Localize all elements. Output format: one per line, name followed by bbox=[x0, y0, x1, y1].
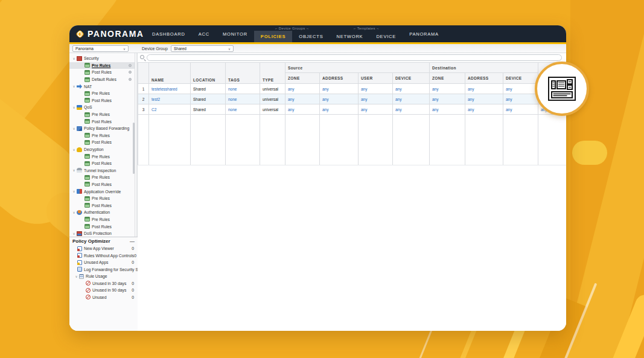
src-address-link[interactable]: any bbox=[320, 104, 359, 115]
col-header-src-user[interactable]: USER bbox=[359, 73, 393, 84]
rules-icon bbox=[84, 217, 90, 222]
table-row[interactable]: 3 C2 Shared none universal any any any a… bbox=[138, 104, 567, 115]
po-item-new-app-viewer[interactable]: New App Viewer0 bbox=[69, 245, 138, 252]
dst-zone-link[interactable]: any bbox=[430, 94, 465, 104]
background-shape bbox=[572, 141, 607, 165]
rule-tags-link[interactable]: none bbox=[226, 94, 260, 104]
tree-item-app-override-pre-rules[interactable]: Pre Rules bbox=[69, 195, 135, 202]
tree-item-auth-post-rules[interactable]: Post Rules bbox=[69, 223, 135, 230]
nat-icon bbox=[77, 84, 82, 89]
rule-location: Shared bbox=[191, 84, 226, 94]
table-row[interactable]: 2 test2 Shared none universal any any an… bbox=[138, 94, 567, 104]
rule-name-link[interactable]: C2 bbox=[149, 104, 191, 115]
tree-item-authentication[interactable]: ∨Authentication bbox=[69, 209, 135, 216]
col-header-dst-address[interactable]: ADDRESS bbox=[465, 73, 503, 84]
rule-name-link[interactable]: testetesshared bbox=[149, 84, 191, 94]
src-zone-link[interactable]: any bbox=[285, 84, 320, 94]
device-groups-section: Device Groups POLICIES OBJECTS bbox=[254, 25, 330, 42]
src-device-link[interactable]: any bbox=[393, 104, 430, 115]
dst-device-link[interactable]: any bbox=[503, 104, 538, 115]
rule-name-link[interactable]: test2 bbox=[149, 94, 191, 104]
src-user-link[interactable]: any bbox=[359, 104, 393, 115]
tree-item-decryption[interactable]: ∨Decryption bbox=[69, 146, 135, 153]
dst-zone-link[interactable]: any bbox=[430, 84, 465, 94]
dst-address-link[interactable]: any bbox=[465, 104, 503, 115]
dst-address-link[interactable]: any bbox=[465, 94, 503, 104]
col-header-type[interactable]: TYPE bbox=[260, 63, 285, 84]
src-address-link[interactable]: any bbox=[320, 94, 359, 104]
tree-item-decryption-pre-rules[interactable]: Pre Rules bbox=[69, 153, 135, 160]
col-header-name[interactable]: NAME bbox=[149, 63, 191, 84]
rules-without-app-controls-icon bbox=[77, 253, 82, 258]
sidebar-scrollbar[interactable] bbox=[133, 123, 135, 174]
po-item-rule-usage[interactable]: ∨Rule Usage bbox=[69, 273, 138, 280]
dst-zone-link[interactable]: any bbox=[430, 104, 465, 115]
tree-item-nat-post-rules[interactable]: Post Rules bbox=[69, 97, 135, 104]
tab-acc[interactable]: ACC bbox=[192, 25, 216, 42]
po-item-unused[interactable]: Unused0 bbox=[69, 294, 138, 301]
tab-panorama[interactable]: PANORAMA bbox=[403, 25, 445, 42]
tree-item-decryption-post-rules[interactable]: Post Rules bbox=[69, 160, 135, 167]
tree-item-security-default-rules[interactable]: Default Rules bbox=[69, 76, 135, 83]
tree-item-tunnel-post-rules[interactable]: Post Rules bbox=[69, 181, 135, 188]
device-group-select[interactable]: Shared ∨ bbox=[171, 45, 234, 52]
collapse-panel-button[interactable]: — bbox=[130, 238, 135, 244]
tree-item-pbf[interactable]: ∨Policy Based Forwarding bbox=[69, 125, 135, 132]
col-header-src-zone[interactable]: ZONE bbox=[285, 73, 320, 84]
dst-device-link[interactable]: any bbox=[503, 94, 538, 104]
tree-item-nat[interactable]: ∨NAT bbox=[69, 83, 135, 90]
col-header-src-address[interactable]: ADDRESS bbox=[320, 73, 359, 84]
table-row[interactable]: 1 testetesshared Shared none universal a… bbox=[138, 84, 567, 94]
tab-network[interactable]: NETWORK bbox=[330, 31, 369, 42]
tree-item-app-override-post-rules[interactable]: Post Rules bbox=[69, 202, 135, 209]
tree-item-tunnel-pre-rules[interactable]: Pre Rules bbox=[69, 174, 135, 181]
tree-item-auth-pre-rules[interactable]: Pre Rules bbox=[69, 216, 135, 223]
src-device-link[interactable]: any bbox=[393, 94, 430, 104]
po-item-unused-apps[interactable]: Unused Apps0 bbox=[69, 259, 138, 266]
tree-item-pbf-pre-rules[interactable]: Pre Rules bbox=[69, 132, 135, 139]
po-item-rules-without-app-controls[interactable]: Rules Without App Controls0 bbox=[69, 252, 138, 260]
tab-device[interactable]: DEVICE bbox=[369, 31, 403, 42]
tab-monitor[interactable]: MONITOR bbox=[216, 25, 254, 42]
tree-item-qos[interactable]: ∨QoS bbox=[69, 104, 135, 111]
col-header-src-device[interactable]: DEVICE bbox=[393, 73, 430, 84]
tree-item-qos-pre-rules[interactable]: Pre Rules bbox=[69, 111, 135, 118]
dst-device-link[interactable]: any bbox=[503, 84, 538, 94]
device-group-select-value: Shared bbox=[174, 46, 187, 51]
tab-policies[interactable]: POLICIES bbox=[254, 31, 292, 42]
col-header-dst-zone[interactable]: ZONE bbox=[430, 73, 465, 84]
src-user-link[interactable]: any bbox=[359, 84, 393, 94]
count-badge: 0 bbox=[132, 281, 138, 286]
rule-tags-link[interactable]: none bbox=[226, 104, 260, 115]
po-item-log-forwarding[interactable]: Log Forwarding for Security Ser bbox=[69, 266, 138, 273]
tree-item-app-override[interactable]: ∨Application Override bbox=[69, 188, 135, 195]
po-item-unused-90-days[interactable]: Unused in 90 days0 bbox=[69, 287, 138, 294]
context-select[interactable]: Panorama ∨ bbox=[72, 45, 129, 52]
src-address-link[interactable]: any bbox=[320, 84, 359, 94]
po-item-unused-30-days[interactable]: Unused in 30 days0 bbox=[69, 280, 138, 287]
rule-location: Shared bbox=[191, 104, 226, 115]
tree-item-dos-protection[interactable]: ∨DoS Protection bbox=[69, 230, 135, 237]
col-header-location[interactable]: LOCATION bbox=[191, 63, 226, 84]
src-zone-link[interactable]: any bbox=[285, 104, 320, 115]
tab-dashboard[interactable]: DASHBOARD bbox=[145, 25, 192, 42]
tree-item-qos-post-rules[interactable]: Post Rules bbox=[69, 118, 135, 125]
dst-address-link[interactable]: any bbox=[465, 84, 503, 94]
col-header-tags[interactable]: TAGS bbox=[226, 63, 260, 84]
tree-item-security-post-rules[interactable]: Post Rules bbox=[69, 69, 135, 76]
tree-item-tunnel-inspection[interactable]: ∨Tunnel Inspection bbox=[69, 167, 135, 174]
tree-item-nat-pre-rules[interactable]: Pre Rules bbox=[69, 90, 135, 97]
app-override-icon bbox=[77, 189, 82, 194]
search-input[interactable] bbox=[147, 54, 562, 61]
tab-objects[interactable]: OBJECTS bbox=[292, 31, 330, 42]
src-zone-link[interactable]: any bbox=[285, 94, 320, 104]
rule-tags-link[interactable]: none bbox=[226, 84, 260, 94]
src-device-link[interactable]: any bbox=[393, 84, 430, 94]
tree-item-security-pre-rules[interactable]: Pre Rules bbox=[69, 62, 135, 69]
chevron-down-icon: ∨ bbox=[228, 47, 231, 51]
tree-item-security[interactable]: ∨Security bbox=[69, 55, 135, 62]
rules-table: NAME LOCATION TAGS TYPE Source Destinati… bbox=[138, 62, 566, 165]
src-user-link[interactable]: any bbox=[359, 94, 393, 104]
tree-item-pbf-post-rules[interactable]: Post Rules bbox=[69, 139, 135, 146]
col-header-dst-device[interactable]: DEVICE bbox=[503, 73, 538, 84]
